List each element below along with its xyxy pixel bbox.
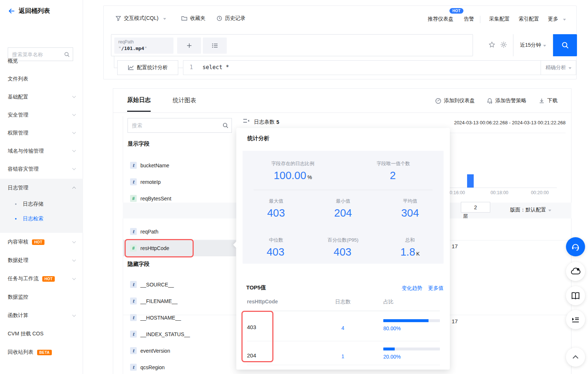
- top-value-count[interactable]: 4: [328, 325, 358, 331]
- time-range-selector[interactable]: 近15分钟: [513, 34, 553, 56]
- more-values-link[interactable]: 更多值: [428, 285, 444, 292]
- field-row-eventversion[interactable]: teventVersion: [123, 342, 236, 359]
- collapse-panel-icon[interactable]: [243, 118, 250, 125]
- sidebar-item-function-compute[interactable]: 函数计算: [0, 306, 83, 325]
- condition-list-button[interactable]: [203, 38, 227, 54]
- top-value-count[interactable]: 1: [328, 353, 358, 359]
- field-row-source[interactable]: t__SOURCE__: [123, 276, 236, 293]
- field-row-hostname[interactable]: t__HOSTNAME__: [123, 309, 236, 326]
- text-type-icon: t: [130, 281, 137, 288]
- hot-badge: HOT: [42, 276, 55, 282]
- layout-selector[interactable]: 版面： 默认配置: [510, 207, 551, 213]
- list-indent-icon: [571, 315, 580, 324]
- search-submit-button[interactable]: [553, 34, 577, 56]
- precise-analysis-selector[interactable]: 精确分析: [541, 61, 576, 75]
- sidebar-item-cvm-mount-cos[interactable]: CVM 挂载 COS: [0, 325, 83, 343]
- add-condition-button[interactable]: [177, 38, 201, 54]
- field-row-indexstatus[interactable]: t__INDEX_STATUS__: [123, 326, 236, 342]
- feedback-list-button[interactable]: [566, 310, 585, 329]
- stat-avg: 平均值304: [377, 198, 444, 219]
- field-row-reshttpcode[interactable]: #resHttpCode: [123, 240, 236, 256]
- sidebar-item-data-process[interactable]: 数据处理: [0, 251, 83, 270]
- sql-editor[interactable]: 1 select * 精确分析: [183, 60, 576, 75]
- text-type-icon: t: [130, 298, 137, 304]
- sidebar-item-basic-config[interactable]: 基础配置: [0, 88, 83, 106]
- histogram-bar[interactable]: [467, 174, 474, 188]
- sidebar-item-task-workflow[interactable]: 任务与工作流HOT: [0, 270, 83, 288]
- sidebar-item-log-search[interactable]: 日志检索: [0, 211, 83, 226]
- favorites-button[interactable]: 收藏夹: [181, 15, 205, 22]
- top-value: 204: [247, 352, 256, 359]
- chip-field-name: reqPath: [118, 39, 169, 45]
- connector-line: [114, 68, 117, 68]
- hot-badge: HOT: [449, 8, 463, 14]
- hidden-fields-title: 隐藏字段: [128, 261, 150, 268]
- sidebar-item-permission[interactable]: 权限管理: [0, 124, 83, 142]
- field-row-qcsregion[interactable]: tqcsRegion: [123, 359, 236, 374]
- sidebar-item-domain-transfer[interactable]: 域名与传输管理: [0, 142, 83, 160]
- interaction-mode-button[interactable]: 交互模式(CQL): [115, 15, 166, 22]
- trend-link[interactable]: 变化趋势: [402, 285, 422, 292]
- sidebar-item-fault-tolerance[interactable]: 容错容灾管理: [0, 160, 83, 178]
- stat-min: 最小值204: [309, 198, 376, 219]
- editor-code: select *: [202, 64, 229, 71]
- tab-raw-logs[interactable]: 原始日志: [127, 96, 151, 104]
- more-button[interactable]: 更多: [548, 16, 566, 22]
- text-type-icon: t: [130, 228, 137, 235]
- add-alarm-policy-button[interactable]: 添加告警策略: [487, 97, 526, 104]
- field-search-input[interactable]: [128, 118, 232, 133]
- cloud-alert-button[interactable]: [566, 262, 585, 281]
- favorite-star-icon[interactable]: [488, 41, 495, 49]
- folder-icon: [181, 15, 187, 21]
- sidebar-item-content-audit[interactable]: 内容审核HOT: [0, 233, 83, 251]
- query-condition-chip[interactable]: reqPath "/101.mp4": [114, 38, 173, 54]
- hot-badge: HOT: [32, 239, 44, 245]
- divider: [247, 311, 440, 311]
- field-row-reqpath[interactable]: treqPath: [123, 223, 236, 240]
- config-statistics-button[interactable]: 配置统计分析: [117, 60, 178, 75]
- back-arrow-icon: [8, 7, 15, 15]
- bar-count-box: 2: [461, 202, 490, 213]
- col-header-field: resHttpCode: [247, 299, 278, 304]
- back-to-top-button[interactable]: [566, 348, 585, 367]
- index-config-button[interactable]: 索引配置: [519, 16, 539, 22]
- caret-down-icon: [163, 18, 166, 21]
- sidebar-item-file-list[interactable]: 文件列表: [0, 70, 83, 88]
- caret-down-icon: [569, 67, 571, 71]
- add-to-dashboard-button[interactable]: 添加到仪表盘: [435, 97, 475, 104]
- gear-icon[interactable]: [500, 41, 507, 49]
- sidebar-item-recycle-bin[interactable]: 回收站列表BETA: [0, 343, 83, 361]
- chevron-down-icon: [72, 149, 76, 152]
- field-row-filename[interactable]: t__FILENAME__: [123, 293, 236, 309]
- collect-config-button[interactable]: 采集配置: [489, 16, 510, 22]
- log-count-value: 5: [276, 119, 279, 125]
- sidebar: 返回桶列表 概览 文件列表 基础配置 安全管理 权限管理 域名与传输管理 容错容…: [0, 0, 83, 374]
- alarm-button[interactable]: 告警: [464, 16, 474, 22]
- shown-fields-title: 显示字段: [128, 140, 150, 147]
- back-to-bucket-list[interactable]: 返回桶列表: [0, 0, 83, 15]
- sidebar-item-log-management[interactable]: 日志管理: [0, 179, 83, 197]
- sidebar-item-log-storage[interactable]: 日志存储: [0, 197, 83, 211]
- sidebar-item-overview[interactable]: 概览: [0, 52, 83, 70]
- docs-button[interactable]: [566, 286, 585, 305]
- headset-icon: [570, 242, 581, 252]
- stat-max: 最大值403: [243, 198, 309, 219]
- chevron-down-icon: [72, 113, 76, 116]
- popup-title: 统计分析: [247, 135, 269, 142]
- stat-sum: 总和1.8K: [377, 237, 444, 258]
- tab-statistics-chart[interactable]: 统计图表: [173, 97, 196, 104]
- download-button[interactable]: 下载: [539, 97, 557, 104]
- text-type-icon: t: [130, 162, 137, 169]
- sidebar-item-data-monitor[interactable]: 数据监控: [0, 288, 83, 306]
- x-tick: 00:18:00: [491, 190, 509, 195]
- query-input-bar[interactable]: reqPath "/101.mp4": [111, 34, 473, 56]
- back-label: 返回桶列表: [19, 7, 50, 15]
- sidebar-item-security[interactable]: 安全管理: [0, 106, 83, 124]
- bullet-icon: [15, 218, 17, 220]
- field-row-bucketname[interactable]: tbucketName: [123, 157, 236, 174]
- customer-service-button[interactable]: [566, 237, 585, 256]
- history-button[interactable]: 历史记录: [216, 15, 245, 22]
- open-book-icon: [570, 291, 581, 301]
- field-row-remoteip[interactable]: tremoteIp: [123, 174, 236, 190]
- recommend-dashboard-button[interactable]: 推荐仪表盘: [428, 16, 453, 22]
